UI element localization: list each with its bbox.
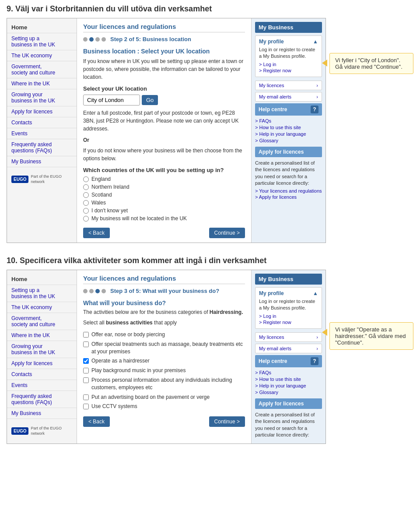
sidebar2-govt[interactable]: Government,society and culture [7, 313, 77, 330]
your-licences-link-1[interactable]: > Your licences and regulations [255, 188, 322, 194]
description-1: If you know where in UK you will be sett… [83, 57, 245, 81]
cb-treatments-label: Offer special treatments such as massage… [91, 341, 245, 356]
glossary-link-2[interactable]: > Glossary [255, 390, 322, 395]
faqs-link-1[interactable]: > FAQs [255, 118, 322, 123]
cb-piercing[interactable]: Offer ear, nose or body piercing [83, 331, 245, 338]
my-licences-2[interactable]: My licences › [255, 332, 322, 342]
help-language-link-1[interactable]: > Help in your language [255, 131, 322, 137]
log-in-link-1[interactable]: > Log in [259, 62, 318, 67]
register-link-1[interactable]: > Register now [259, 68, 318, 73]
radio-notuk-input[interactable] [83, 216, 89, 222]
sidebar-my-business[interactable]: My Business [7, 156, 77, 167]
description-2: The activities below are for the busines… [83, 309, 208, 315]
cb-hairdresser-input[interactable] [83, 358, 89, 364]
go-button[interactable]: Go [142, 95, 158, 105]
radio-wales[interactable]: Wales [83, 200, 245, 206]
help-language-link-2[interactable]: > Help in your language [255, 383, 322, 388]
apply-for-licences-link-1[interactable]: > Apply for licences [255, 194, 322, 200]
cb-cctv-input[interactable] [83, 404, 89, 409]
register-link-2[interactable]: > Register now [259, 320, 318, 325]
radio-ni-input[interactable] [83, 184, 89, 190]
radio-scotland-input[interactable] [83, 192, 89, 198]
sidebar-faqs[interactable]: Frequently askedquestions (FAQs) [7, 139, 77, 156]
postcode-note: Enter a full postcode, first part of you… [83, 109, 245, 133]
cb-music-input[interactable] [83, 368, 89, 373]
radio-scotland[interactable]: Scotland [83, 192, 245, 198]
sidebar-events[interactable]: Events [7, 128, 77, 139]
callout1-container: Vi fyller i "City of London". Gå vidare … [326, 18, 413, 74]
cb-cctv[interactable]: Use CCTV systems [83, 403, 245, 410]
radio-england-input[interactable] [83, 176, 89, 182]
section1-title: 9. Välj var i Storbritannien du vill utö… [7, 4, 413, 14]
section2: 10. Specificera vilka aktiviteter som ko… [7, 256, 413, 457]
nav-buttons-2: < Back Continue > [83, 416, 245, 427]
sidebar-growing[interactable]: Growing yourbusiness in the UK [7, 89, 77, 106]
category-bold: Hairdressing. [210, 309, 243, 315]
location-input[interactable] [83, 95, 140, 106]
sidebar2-events[interactable]: Events [7, 380, 77, 391]
cb-cctv-label: Use CCTV systems [91, 403, 137, 410]
help-centre-header-1: Help centre ? [255, 103, 322, 116]
my-licences-1[interactable]: My licences › [255, 81, 322, 90]
cb-music[interactable]: Play background music in your premises [83, 367, 245, 374]
cb-advertising-input[interactable] [83, 394, 89, 400]
main-content-1: Your licences and regulations Step 2 of … [77, 18, 251, 243]
my-email-alerts-2[interactable]: My email alerts › [255, 344, 322, 353]
radio-not-uk[interactable]: My business will not be located in the U… [83, 215, 245, 222]
my-email-alerts-1[interactable]: My email alerts › [255, 92, 322, 102]
radio-dontknow-input[interactable] [83, 208, 89, 214]
sidebar2-growing[interactable]: Growing yourbusiness in the UK [7, 341, 77, 358]
sidebar2-setting-up[interactable]: Setting up abusiness in the UK [7, 285, 77, 302]
my-business-header-1: My Business [255, 22, 322, 33]
sidebar-govt[interactable]: Government,society and culture [7, 61, 77, 78]
apply-licences-section-2: Apply for licences Create a personalised… [255, 398, 322, 439]
cb-advertising[interactable]: Put an advertising board on the pavement… [83, 394, 245, 401]
cb-hairdresser[interactable]: Operate as a hairdresser [83, 357, 245, 365]
section1: 9. Välj var i Storbritannien du vill utö… [7, 4, 413, 256]
location-input-row: Go [83, 95, 245, 106]
radio-notuk-label: My business will not be located in the U… [91, 215, 187, 222]
sidebar-uk-economy[interactable]: The UK economy [7, 50, 77, 61]
or-description: If you do not know where your business w… [83, 147, 245, 162]
radio-dont-know[interactable]: I don't know yet [83, 208, 245, 214]
sidebar2-where-uk[interactable]: Where in the UK [7, 330, 77, 341]
radio-northern-ireland[interactable]: Northern Ireland [83, 184, 245, 190]
eugo-logo-2: EUGO [11, 427, 28, 435]
sidebar-home[interactable]: Home [7, 22, 77, 33]
step-label-2: Step 3 of 5: What will your business do? [110, 288, 219, 294]
dot2-4 [102, 289, 106, 293]
continue-button-1[interactable]: Continue > [209, 228, 245, 238]
cb-personal-info[interactable]: Process personal information about any i… [83, 377, 245, 391]
how-to-use-link-2[interactable]: > How to use this site [255, 377, 322, 382]
glossary-link-1[interactable]: > Glossary [255, 138, 322, 143]
callout1: Vi fyller i "City of London". Gå vidare … [329, 53, 413, 74]
cb-treatments-input[interactable] [83, 341, 89, 347]
profile-text-1: Log in or register to create a My Busine… [259, 46, 318, 60]
sidebar2-faqs[interactable]: Frequently askedquestions (FAQs) [7, 391, 77, 408]
cb-piercing-input[interactable] [83, 332, 89, 338]
sidebar2-contacts[interactable]: Contacts [7, 369, 77, 380]
my-licences-label-2: My licences [259, 334, 284, 340]
faqs-link-2[interactable]: > FAQs [255, 370, 322, 375]
back-button-2[interactable]: < Back [83, 416, 110, 427]
or-divider: Or [83, 137, 245, 143]
back-button-1[interactable]: < Back [83, 228, 110, 238]
section-heading-1: Business location : Select your UK locat… [83, 48, 245, 55]
log-in-link-2[interactable]: > Log in [259, 313, 318, 319]
continue-button-2[interactable]: Continue > [209, 416, 245, 427]
sidebar-apply-licences[interactable]: Apply for licences [7, 106, 77, 117]
select-instruction-2: Select all business activities that appl… [83, 319, 245, 327]
cb-special-treatments[interactable]: Offer special treatments such as massage… [83, 341, 245, 356]
sidebar2-my-business[interactable]: My Business [7, 408, 77, 419]
sidebar2-home[interactable]: Home [7, 274, 77, 285]
how-to-use-link-1[interactable]: > How to use this site [255, 125, 322, 130]
cb-personal-input[interactable] [83, 377, 89, 383]
sidebar-contacts[interactable]: Contacts [7, 117, 77, 128]
sidebar-where-uk[interactable]: Where in the UK [7, 78, 77, 89]
sidebar2-uk-economy[interactable]: The UK economy [7, 302, 77, 313]
sidebar2-apply-licences[interactable]: Apply for licences [7, 358, 77, 369]
radio-england[interactable]: England [83, 176, 245, 182]
my-email-alerts-arrow-1: › [316, 94, 318, 99]
sidebar-setting-up[interactable]: Setting up abusiness in the UK [7, 33, 77, 50]
radio-wales-input[interactable] [83, 200, 89, 206]
